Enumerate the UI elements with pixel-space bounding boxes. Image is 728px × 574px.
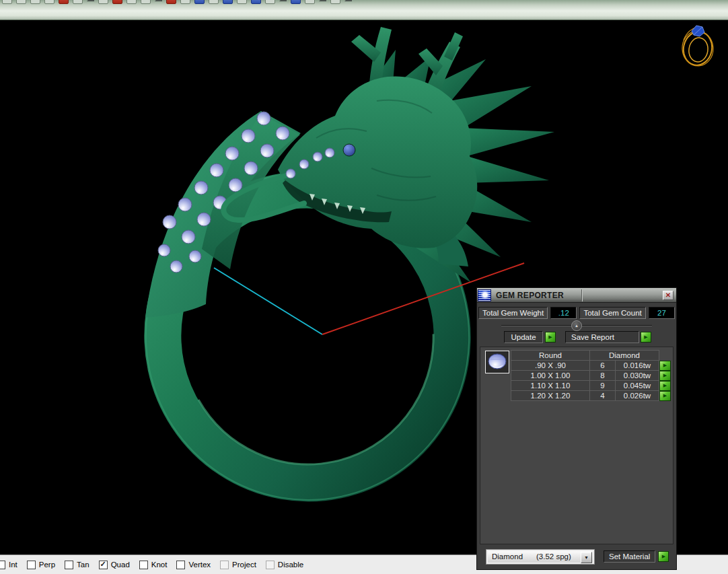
toolbar-icon[interactable] — [279, 0, 287, 1]
gem-stats-row: Total Gem Weight .12 Total Gem Count 27 — [478, 307, 675, 319]
row-select-button[interactable]: ▶ — [659, 381, 671, 391]
gem-count: 4 — [589, 390, 616, 401]
panel-buttons-row: Update ▶ Save Report ▶ — [477, 331, 676, 344]
checkbox[interactable]: ✓ — [220, 561, 229, 569]
checkbox-label: Quad — [111, 561, 130, 569]
set-material-button[interactable]: Set Material — [604, 550, 655, 563]
gem-weight: 0.026tw — [615, 390, 659, 401]
save-report-run-button[interactable]: ▶ — [641, 332, 651, 343]
toolbar-icon[interactable] — [59, 0, 69, 4]
row-select-button[interactable]: ▶ — [659, 391, 671, 401]
toolbar-icon[interactable] — [194, 0, 205, 4]
material-row: Diamond (3.52 spg) ▼ Set Material ▶ — [486, 548, 672, 565]
gem-size: 1.00 X 1.00 — [511, 370, 590, 381]
total-gem-weight-value: .12 — [550, 307, 577, 319]
toolbar-icon[interactable] — [265, 0, 275, 4]
toolbar-icon[interactable] — [344, 0, 352, 1]
osnap-project[interactable]: ✓ Project — [220, 561, 256, 569]
set-material-run-button[interactable]: ▶ — [658, 551, 669, 562]
checkbox-label: Project — [232, 561, 256, 569]
row-select-button[interactable]: ▶ — [659, 361, 671, 371]
table-row[interactable]: 1.20 X 1.20 4 0.026tw ▶ — [511, 391, 673, 401]
checkbox[interactable]: ✓ — [176, 561, 185, 569]
osnap-int[interactable]: ✓ Int — [0, 561, 17, 569]
close-icon[interactable]: ✕ — [663, 291, 674, 300]
save-report-button[interactable]: Save Report — [565, 331, 639, 343]
toolbar-icon[interactable] — [237, 0, 247, 4]
row-select-button[interactable]: ▶ — [659, 371, 671, 381]
update-run-button[interactable]: ▶ — [545, 332, 556, 343]
toolbar-icon[interactable] — [141, 0, 151, 4]
material-density: (3.52 spg) — [536, 552, 571, 561]
checkbox[interactable]: ✓ — [27, 561, 36, 569]
checkbox-label: Vertex — [188, 561, 211, 569]
checkbox-label: Disable — [278, 561, 303, 569]
top-toolbar — [0, 0, 728, 20]
ring-logo-icon — [680, 26, 715, 68]
collapse-button[interactable]: ▲ — [571, 320, 582, 331]
gem-table-header: Round Diamond — [511, 351, 673, 361]
toolbar-icon[interactable] — [305, 0, 315, 4]
shape-column-header: Round — [511, 350, 590, 361]
osnap-tan[interactable]: ✓ Tan — [65, 561, 89, 569]
toolbar-icon[interactable] — [209, 0, 219, 4]
osnap-vertex[interactable]: ✓ Vertex — [176, 561, 211, 569]
checkbox[interactable]: ✓ — [139, 561, 148, 569]
gem-list-container: Round Diamond .90 X .90 6 0.016tw ▶ 1.00… — [480, 347, 674, 544]
dragon-eye-gem — [343, 144, 355, 156]
toolbar-icon[interactable] — [291, 0, 301, 4]
gem-size: 1.10 X 1.10 — [511, 380, 590, 391]
checkbox[interactable]: ✓ — [65, 561, 73, 569]
osnap-disable[interactable]: ✓ Disable — [266, 561, 303, 569]
titlebar-divider — [581, 289, 583, 301]
checkbox-label: Tan — [77, 561, 89, 569]
checkbox[interactable]: ✓ — [99, 561, 108, 569]
gem-count: 6 — [589, 360, 616, 371]
toolbar-icon[interactable] — [87, 0, 94, 1]
toolbar-icon[interactable] — [2, 0, 12, 4]
table-row[interactable]: 1.00 X 1.00 8 0.030tw ▶ — [511, 371, 673, 381]
toolbar-icon[interactable] — [330, 0, 340, 4]
toolbar-icon[interactable] — [16, 0, 26, 4]
toolbar-icon[interactable] — [166, 0, 176, 4]
toolbar-icon[interactable] — [126, 0, 137, 4]
gem-shape-thumbnail[interactable] — [485, 351, 509, 373]
toolbar-icon[interactable] — [223, 0, 233, 4]
toolbar-icon[interactable] — [251, 0, 261, 4]
checkbox-label: Perp — [39, 561, 55, 569]
toolbar-icon[interactable] — [180, 0, 190, 4]
gem-size: .90 X .90 — [511, 360, 590, 371]
checkbox[interactable]: ✓ — [266, 561, 275, 569]
gem-size: 1.20 X 1.20 — [511, 390, 590, 401]
gem-reporter-titlebar[interactable]: GEM REPORTER ✕ — [477, 288, 676, 303]
gem-report-icon — [478, 289, 491, 301]
toolbar-icon[interactable] — [112, 0, 122, 4]
toolbar-icon[interactable] — [44, 0, 54, 4]
chevron-up-icon: ▲ — [575, 324, 579, 328]
checkbox[interactable]: ✓ — [0, 561, 5, 569]
material-dropdown[interactable]: Diamond (3.52 spg) ▼ — [486, 549, 595, 565]
material-column-header: Diamond — [589, 350, 659, 361]
osnap-knot[interactable]: ✓ Knot — [139, 561, 168, 569]
update-button[interactable]: Update — [504, 331, 543, 343]
toolbar-icon[interactable] — [30, 0, 40, 4]
round-gem-icon — [486, 351, 509, 373]
checkbox-label: Int — [9, 561, 17, 569]
toolbar-icon[interactable] — [98, 0, 108, 4]
gem-count: 9 — [589, 380, 616, 391]
panel-splitter: ▲ — [501, 325, 652, 326]
table-row[interactable]: .90 X .90 6 0.016tw ▶ — [511, 361, 673, 371]
chevron-down-icon[interactable]: ▼ — [581, 552, 592, 563]
toolbar-icon[interactable] — [319, 0, 326, 1]
total-gem-count-label: Total Gem Count — [579, 307, 645, 319]
toolbar-icons — [0, 0, 728, 20]
material-value: Diamond — [492, 552, 523, 561]
toolbar-icon[interactable] — [155, 0, 162, 1]
osnap-quad[interactable]: ✓ Quad — [99, 561, 130, 569]
gem-reporter-panel: GEM REPORTER ✕ Total Gem Weight .12 Tota… — [476, 287, 677, 570]
total-gem-count-value: 27 — [649, 307, 675, 319]
table-row[interactable]: 1.10 X 1.10 9 0.045tw ▶ — [511, 381, 673, 391]
toolbar-icon[interactable] — [73, 0, 83, 4]
osnap-perp[interactable]: ✓ Perp — [27, 561, 55, 569]
check-icon: ✓ — [100, 560, 106, 569]
